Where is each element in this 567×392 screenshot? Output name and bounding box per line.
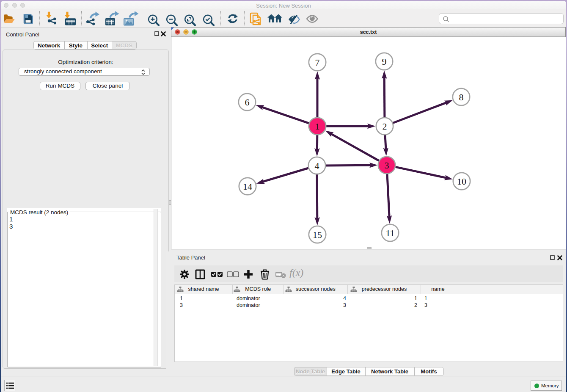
svg-text:4: 4 (315, 160, 319, 171)
svg-text:10: 10 (457, 176, 466, 187)
svg-text:15: 15 (313, 229, 322, 240)
svg-text:1: 1 (315, 121, 320, 132)
svg-text:14: 14 (243, 181, 252, 192)
svg-text:8: 8 (459, 92, 464, 102)
svg-text:6: 6 (245, 97, 250, 108)
svg-text:2: 2 (383, 121, 387, 132)
svg-text:9: 9 (382, 56, 387, 67)
svg-text:3: 3 (385, 160, 389, 171)
svg-text:7: 7 (315, 57, 320, 68)
svg-text:11: 11 (385, 228, 394, 238)
